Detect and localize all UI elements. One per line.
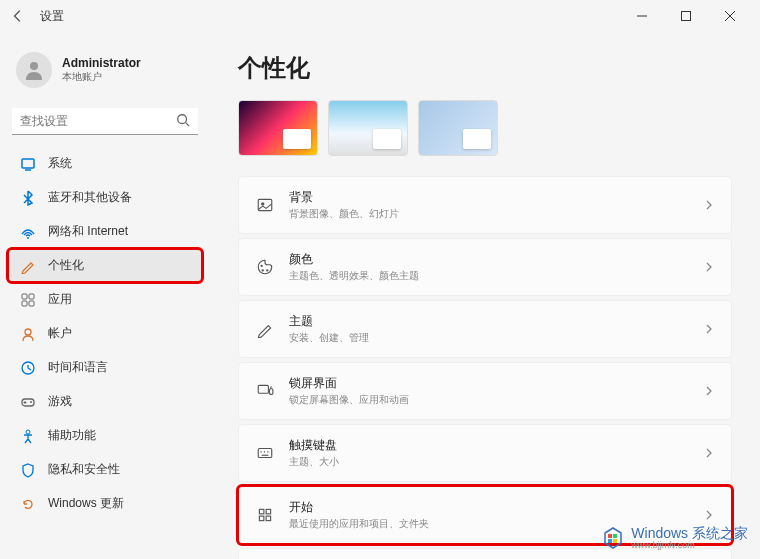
close-button[interactable]	[708, 2, 752, 30]
svg-point-20	[262, 269, 264, 271]
lock-icon	[255, 381, 275, 401]
chevron-right-icon	[703, 385, 715, 397]
nav-item-apps[interactable]: 应用	[8, 283, 202, 316]
setting-card-palette[interactable]: 颜色 主题色、透明效果、颜色主题	[238, 238, 732, 296]
nav-label: 个性化	[48, 257, 84, 274]
setting-card-image[interactable]: 背景 背景图像、颜色、幻灯片	[238, 176, 732, 234]
setting-card-keyboard[interactable]: 触摸键盘 主题、大小	[238, 424, 732, 482]
search-icon	[176, 113, 190, 131]
setting-desc: 背景图像、颜色、幻灯片	[289, 207, 689, 221]
svg-rect-11	[29, 301, 34, 306]
back-arrow-icon	[11, 9, 25, 23]
user-type: 本地账户	[62, 70, 141, 84]
setting-card-lock[interactable]: 锁屏界面 锁定屏幕图像、应用和动画	[238, 362, 732, 420]
setting-title: 锁屏界面	[289, 375, 689, 392]
svg-rect-22	[258, 385, 268, 393]
svg-rect-24	[258, 449, 272, 458]
svg-point-3	[178, 114, 187, 123]
maximize-icon	[681, 11, 691, 21]
palette-icon	[255, 257, 275, 277]
nav-label: 帐户	[48, 325, 72, 342]
svg-point-19	[261, 265, 263, 267]
nav-item-bluetooth[interactable]: 蓝牙和其他设备	[8, 181, 202, 214]
game-icon	[20, 394, 36, 410]
svg-rect-9	[29, 294, 34, 299]
user-name: Administrator	[62, 56, 141, 70]
nav-item-time[interactable]: 时间和语言	[8, 351, 202, 384]
nav-label: 时间和语言	[48, 359, 108, 376]
setting-card-brush[interactable]: 主题 安装、创建、管理	[238, 300, 732, 358]
svg-point-21	[266, 269, 268, 271]
svg-rect-8	[22, 294, 27, 299]
search-input[interactable]	[12, 108, 198, 135]
svg-point-16	[26, 430, 30, 434]
back-button[interactable]	[8, 6, 28, 26]
svg-rect-31	[259, 516, 264, 521]
svg-rect-29	[259, 509, 264, 514]
chevron-right-icon	[703, 199, 715, 211]
search-box	[12, 108, 198, 135]
nav-item-update[interactable]: Windows 更新	[8, 487, 202, 520]
person-icon	[22, 58, 46, 82]
chevron-right-icon	[703, 261, 715, 273]
chevron-right-icon	[703, 447, 715, 459]
nav-label: 应用	[48, 291, 72, 308]
theme-preview-1[interactable]	[238, 100, 318, 156]
update-icon	[20, 496, 36, 512]
theme-previews	[238, 100, 732, 156]
svg-line-4	[186, 122, 190, 126]
nav-list: 系统 蓝牙和其他设备 网络和 Internet 个性化 应用 帐户 时间和语言 …	[8, 147, 202, 520]
setting-desc: 主题、大小	[289, 455, 689, 469]
svg-point-18	[261, 202, 264, 205]
window-title: 设置	[40, 8, 64, 25]
setting-title: 背景	[289, 189, 689, 206]
personalize-icon	[20, 258, 36, 274]
chevron-right-icon	[703, 323, 715, 335]
svg-point-12	[25, 329, 31, 335]
setting-list: 背景 背景图像、颜色、幻灯片 颜色 主题色、透明效果、颜色主题 主题 安装、创建…	[238, 176, 732, 559]
setting-title: 颜色	[289, 251, 689, 268]
start-icon	[255, 505, 275, 525]
setting-desc: 主题色、透明效果、颜色主题	[289, 269, 689, 283]
svg-rect-23	[270, 389, 273, 395]
nav-item-accessibility[interactable]: 辅助功能	[8, 419, 202, 452]
time-icon	[20, 360, 36, 376]
chevron-right-icon	[703, 509, 715, 521]
avatar	[16, 52, 52, 88]
nav-item-system[interactable]: 系统	[8, 147, 202, 180]
system-icon	[20, 156, 36, 172]
privacy-icon	[20, 462, 36, 478]
theme-preview-3[interactable]	[418, 100, 498, 156]
svg-rect-30	[266, 509, 271, 514]
nav-label: 系统	[48, 155, 72, 172]
watermark-logo-icon	[601, 526, 625, 550]
user-section[interactable]: Administrator 本地账户	[8, 44, 202, 96]
svg-rect-38	[613, 539, 617, 543]
nav-item-privacy[interactable]: 隐私和安全性	[8, 453, 202, 486]
titlebar: 设置	[0, 0, 760, 32]
svg-rect-5	[22, 159, 34, 168]
brush-icon	[255, 319, 275, 339]
watermark: Windows 系统之家 www.bjjmlv.com	[601, 526, 748, 551]
watermark-brand: Windows 系统之家	[631, 526, 748, 541]
nav-item-network[interactable]: 网络和 Internet	[8, 215, 202, 248]
maximize-button[interactable]	[664, 2, 708, 30]
nav-label: 网络和 Internet	[48, 223, 128, 240]
svg-point-15	[30, 401, 32, 403]
main-content: 个性化 背景 背景图像、颜色、幻灯片 颜色 主题色、透明效果、颜色主题 主题	[210, 32, 760, 559]
svg-rect-32	[266, 516, 271, 521]
sidebar: Administrator 本地账户 系统 蓝牙和其他设备 网络和 Intern…	[0, 32, 210, 559]
nav-item-personalize[interactable]: 个性化	[8, 249, 202, 282]
watermark-url: www.bjjmlv.com	[631, 541, 748, 551]
nav-label: 游戏	[48, 393, 72, 410]
page-title: 个性化	[238, 52, 732, 84]
nav-item-game[interactable]: 游戏	[8, 385, 202, 418]
close-icon	[725, 11, 735, 21]
minimize-icon	[637, 11, 647, 21]
nav-item-account[interactable]: 帐户	[8, 317, 202, 350]
minimize-button[interactable]	[620, 2, 664, 30]
apps-icon	[20, 292, 36, 308]
nav-label: 辅助功能	[48, 427, 96, 444]
theme-preview-2[interactable]	[328, 100, 408, 156]
svg-rect-10	[22, 301, 27, 306]
